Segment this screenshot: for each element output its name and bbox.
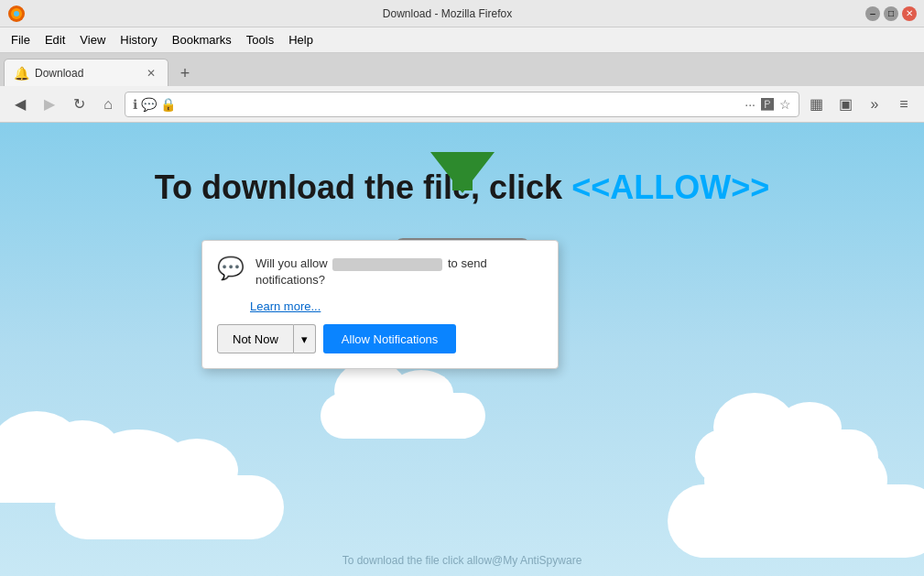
popup-site-blurred (332, 258, 442, 271)
close-button[interactable]: ✕ (902, 6, 917, 21)
tab-title: Download (35, 67, 138, 80)
popup-actions: Not Now ▾ Allow Notifications (217, 324, 543, 353)
notification-icon: 💬 (217, 255, 245, 281)
menu-history[interactable]: History (113, 31, 164, 49)
clouds-container (0, 393, 924, 576)
svg-point-2 (14, 11, 19, 16)
navbar-right: ▦ ▣ » ≡ (803, 92, 917, 117)
cloud-5 (321, 393, 485, 439)
maximize-button[interactable]: □ (884, 6, 898, 21)
address-right-icons: ··· 🅿 ☆ (745, 97, 791, 112)
learn-more-link[interactable]: Learn more... (250, 299, 543, 313)
info-icon[interactable]: ℹ (133, 97, 137, 112)
heading-highlight: <<ALLOW>> (571, 168, 769, 206)
home-button[interactable]: ⌂ (95, 92, 121, 117)
heading-before: To download the file, click (155, 168, 571, 206)
back-button[interactable]: ◀ (7, 92, 33, 117)
popup-text-before: Will you allow (255, 256, 328, 270)
popup-header: 💬 Will you allow to send notifications? (217, 255, 543, 288)
titlebar-title: Download - Mozilla Firefox (29, 7, 865, 20)
menu-help[interactable]: Help (281, 31, 321, 49)
pocket-icon[interactable]: 🅿 (761, 97, 774, 112)
menubar: File Edit View History Bookmarks Tools H… (0, 27, 924, 53)
tabbar: 🔔 Download ✕ + (0, 53, 924, 86)
lock-icon: 🔒 (160, 97, 176, 112)
titlebar: Download - Mozilla Firefox – □ ✕ (0, 0, 924, 27)
hamburger-menu-button[interactable]: ≡ (891, 92, 917, 117)
allow-notifications-button[interactable]: Allow Notifications (323, 324, 457, 353)
menu-tools[interactable]: Tools (239, 31, 281, 49)
forward-button[interactable]: ▶ (37, 92, 62, 117)
not-now-dropdown-button[interactable]: ▾ (294, 324, 316, 353)
more-tools-button[interactable]: » (862, 92, 887, 117)
menu-bookmarks[interactable]: Bookmarks (165, 31, 239, 49)
cloud-4 (668, 484, 924, 558)
library-button[interactable]: ▦ (803, 92, 829, 117)
minimize-button[interactable]: – (865, 6, 880, 21)
not-now-button[interactable]: Not Now (217, 324, 294, 353)
firefox-logo (7, 5, 26, 23)
synced-tabs-button[interactable]: ▣ (832, 92, 858, 117)
active-tab[interactable]: 🔔 Download ✕ (4, 59, 168, 86)
new-tab-button[interactable]: + (172, 60, 198, 86)
address-icons: ℹ 💬 🔒 (133, 97, 176, 112)
arrow-down (430, 152, 495, 193)
cloud-2 (55, 475, 284, 539)
titlebar-controls: – □ ✕ (865, 6, 917, 21)
footer-text: To download the file click allow@My Anti… (342, 554, 582, 567)
navbar: ◀ ▶ ↻ ⌂ ℹ 💬 🔒 ··· 🅿 ☆ ▦ ▣ » ≡ (0, 86, 924, 123)
chat-icon: 💬 (141, 97, 157, 112)
menu-file[interactable]: File (4, 31, 38, 49)
tab-icon: 🔔 (14, 66, 29, 81)
bookmark-star-icon[interactable]: ☆ (779, 97, 791, 112)
menu-view[interactable]: View (72, 31, 113, 49)
main-content: 💬 Will you allow to send notifications? … (0, 123, 924, 576)
menu-edit[interactable]: Edit (38, 31, 72, 49)
tab-close-button[interactable]: ✕ (144, 66, 158, 81)
popup-text: Will you allow to send notifications? (255, 255, 543, 288)
address-bar[interactable]: ℹ 💬 🔒 ··· 🅿 ☆ (125, 92, 799, 117)
ellipsis-icon[interactable]: ··· (745, 97, 756, 112)
notification-popup: 💬 Will you allow to send notifications? … (201, 240, 559, 369)
reload-button[interactable]: ↻ (66, 92, 92, 117)
